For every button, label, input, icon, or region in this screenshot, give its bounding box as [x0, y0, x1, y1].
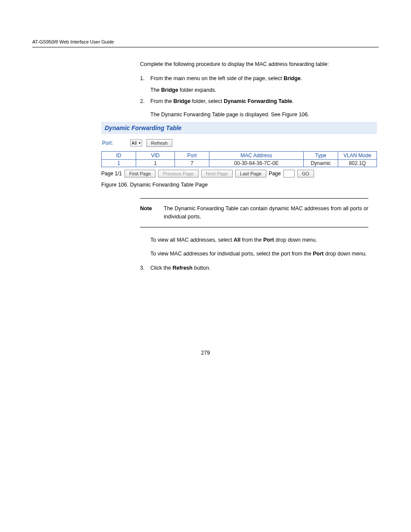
note-label: Note — [140, 205, 164, 221]
step-3-num: 3. — [140, 264, 150, 272]
step-2-num: 2. — [140, 97, 150, 106]
panel-title: Dynamic Forwarding Table — [101, 122, 377, 134]
first-page-button[interactable]: First Page — [125, 170, 156, 177]
screenshot-panel: Dynamic Forwarding Table Port: All ▾ Ref… — [101, 122, 377, 177]
col-port: Port — [175, 152, 209, 160]
step-2-mid: folder, select — [190, 98, 224, 104]
refresh-button[interactable]: Refresh — [146, 139, 173, 147]
step3-pre: Click the — [150, 265, 172, 271]
header-left: AT-GS950/8 Web Interface User Guide — [32, 39, 114, 44]
step-2-text: From the Bridge folder, select Dynamic F… — [150, 97, 368, 106]
col-id: ID — [102, 152, 136, 160]
para-viewind: To view MAC addresses for individual por… — [150, 250, 368, 258]
col-mode: VLAN Mode — [338, 152, 377, 160]
next-page-button[interactable]: Next Page — [201, 170, 233, 177]
port-select[interactable]: All ▾ — [130, 140, 142, 146]
port-label: Port: — [102, 140, 113, 146]
intro-para: Complete the following procedure to disp… — [140, 60, 379, 68]
forwarding-table: ID VID Port MAC Address Type VLAN Mode 1… — [101, 151, 377, 167]
step-1b-bold: Bridge — [161, 87, 178, 93]
page-label: Page — [269, 171, 281, 177]
step-1-pre: From the main menu on the left side of t… — [150, 75, 283, 81]
para2-mid: from the — [240, 237, 263, 243]
step-2-pre: From the — [150, 98, 174, 104]
page-info: Page 1/1 — [101, 171, 122, 177]
cell-mode: 802.1Q — [338, 160, 377, 167]
step-2-bold2: Dynamic Forwarding Table — [224, 98, 292, 104]
step-1-post: . — [301, 75, 302, 81]
step-1b-text: The Bridge folder expands. — [150, 86, 368, 94]
cell-vid: 1 — [136, 160, 175, 167]
col-type: Type — [304, 152, 338, 160]
para3-post: drop down menu. — [324, 251, 367, 257]
cell-id: 1 — [102, 160, 136, 167]
cell-type: Dynamic — [304, 160, 338, 167]
col-mac: MAC Address — [209, 152, 304, 160]
para2-post: drop down menu. — [274, 237, 317, 243]
previous-page-button[interactable]: Previous Page — [158, 170, 199, 177]
cell-mac: 00-30-84-36-7C-0E — [209, 160, 304, 167]
step-2-bold: Bridge — [174, 98, 191, 104]
para3-pre: To view MAC addresses for individual por… — [150, 251, 313, 257]
last-page-button[interactable]: Last Page — [235, 170, 266, 177]
note-text: The Dynamic Forwarding Table can contain… — [164, 205, 368, 221]
page-number: 279 — [32, 350, 379, 356]
table-row: 1 1 7 00-30-84-36-7C-0E Dynamic 802.1Q — [102, 160, 377, 167]
step3-post: button. — [193, 265, 211, 271]
step-1-num: 1. — [140, 75, 150, 83]
step3-bold: Refresh — [172, 265, 193, 271]
step-1b-num — [140, 86, 150, 94]
step-1-text: From the main menu on the left side of t… — [150, 75, 368, 83]
page-input[interactable] — [283, 170, 295, 177]
para2-pre: To view all MAC addresses, select — [150, 237, 234, 243]
para3-bold: Port — [313, 251, 324, 257]
cell-port: 7 — [175, 160, 209, 167]
col-vid: VID — [136, 152, 175, 160]
note-rule-bottom — [140, 227, 368, 227]
chevron-down-icon: ▾ — [139, 141, 141, 145]
go-button[interactable]: GO — [297, 170, 314, 177]
para2-bold: All — [234, 237, 240, 243]
step-1b-post: folder expands. — [178, 87, 217, 93]
para-viewall: To view all MAC addresses, select All fr… — [150, 236, 368, 244]
step-1-bold: Bridge — [283, 75, 301, 81]
step-3-text: Click the Refresh button. — [150, 264, 368, 272]
para2-bold2: Port — [263, 237, 274, 243]
step-1b-pre: The — [150, 87, 161, 93]
figure-caption: Figure 106. Dynamic Forwarding Table Pag… — [101, 182, 379, 188]
port-select-value: All — [131, 140, 137, 146]
step-2-post: . — [292, 98, 293, 104]
results-line: The Dynamic Forwarding Table page is dis… — [150, 112, 379, 118]
